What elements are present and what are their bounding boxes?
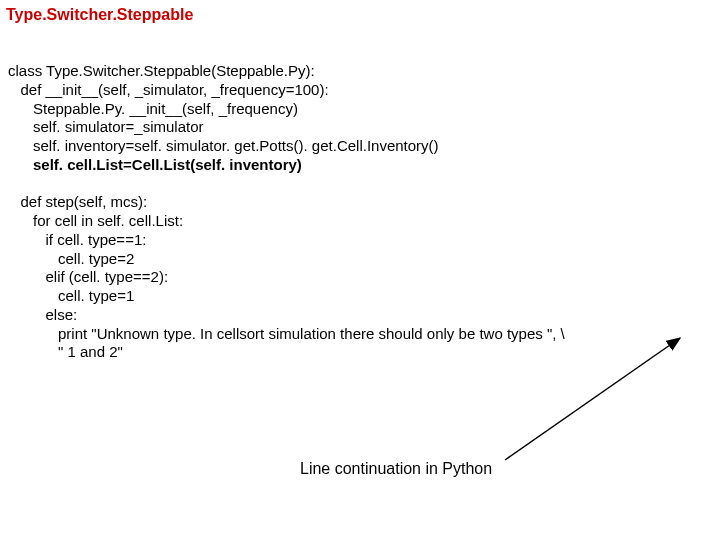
slide-title: Type.Switcher.Steppable	[6, 6, 193, 24]
code-line: " 1 and 2"	[8, 343, 123, 360]
code-line: self. simulator=_simulator	[8, 118, 203, 135]
code-line: self. inventory=self. simulator. get.Pot…	[8, 137, 439, 154]
code-line: def step(self, mcs):	[8, 193, 147, 210]
code-line: cell. type=1	[8, 287, 134, 304]
caption-text: Line continuation in Python	[300, 460, 492, 478]
code-line-bold: self. cell.List=Cell.List(self. inventor…	[8, 156, 302, 173]
code-line: if cell. type==1:	[8, 231, 146, 248]
code-line: cell. type=2	[8, 250, 134, 267]
code-line: Steppable.Py. __init__(self, _frequency)	[8, 100, 298, 117]
code-line: class Type.Switcher.Steppable(Steppable.…	[8, 62, 315, 79]
code-line: print "Unknown type. In cellsort simulat…	[8, 325, 565, 342]
code-block: class Type.Switcher.Steppable(Steppable.…	[8, 62, 565, 362]
code-line: def __init__(self, _simulator, _frequenc…	[8, 81, 329, 98]
code-line: elif (cell. type==2):	[8, 268, 168, 285]
code-line: for cell in self. cell.List:	[8, 212, 183, 229]
code-line: else:	[8, 306, 77, 323]
